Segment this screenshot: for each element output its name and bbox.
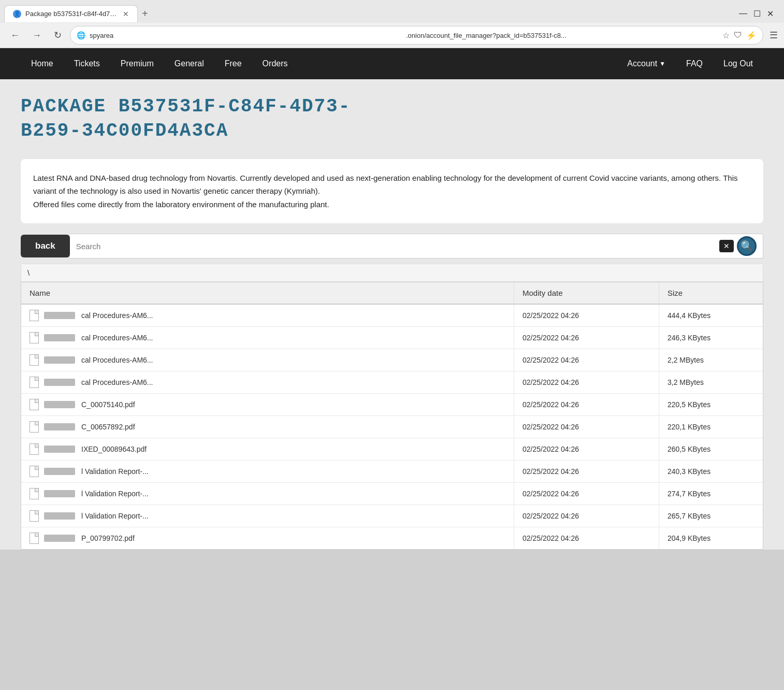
file-name-suffix: cal Procedures-AM6... — [81, 334, 153, 342]
file-size-cell: 204,9 KBytes — [659, 527, 763, 549]
file-size-cell: 444,4 KBytes — [659, 305, 763, 326]
address-bar[interactable]: 🌐 spyarea .onion/account_file_manager?pa… — [70, 26, 763, 45]
table-row[interactable]: cal Procedures-AM6... 02/25/2022 04:26 2… — [21, 349, 763, 371]
page-header: PACKAGE B537531F-C84F-4D73- B259-34C00FD… — [0, 79, 784, 154]
file-date-cell: 02/25/2022 04:26 — [514, 527, 659, 549]
clear-search-button[interactable]: ✕ — [719, 240, 734, 252]
back-button[interactable]: back — [21, 235, 70, 257]
account-dropdown-arrow: ▼ — [659, 60, 665, 67]
file-size-cell: 220,5 KBytes — [659, 394, 763, 415]
file-date-cell: 02/25/2022 04:26 — [514, 305, 659, 326]
nav-home[interactable]: Home — [21, 50, 64, 78]
search-icon: 🔍 — [737, 236, 757, 256]
bookmark-button[interactable]: ☆ — [722, 31, 730, 40]
address-bar-row: ← → ↻ 🌐 spyarea .onion/account_file_mana… — [0, 23, 784, 48]
file-name-cell: C_00657892.pdf — [21, 416, 514, 438]
file-name-suffix: C_00657892.pdf — [81, 423, 135, 431]
file-table: Name Modity date Size cal Procedures-AM6… — [21, 282, 763, 550]
file-date-cell: 02/25/2022 04:26 — [514, 416, 659, 438]
file-icon — [30, 443, 39, 455]
file-name-cell: P_00799702.pdf — [21, 527, 514, 549]
extension-button[interactable]: ⚡ — [746, 31, 757, 40]
account-label: Account — [627, 59, 657, 68]
table-row[interactable]: P_00799702.pdf 02/25/2022 04:26 204,9 KB… — [21, 527, 763, 549]
tab-title: Package b537531f-c84f-4d73-b — [25, 10, 119, 18]
file-name-suffix: l Validation Report-... — [81, 512, 149, 520]
file-name-suffix: IXED_00089643.pdf — [81, 445, 147, 453]
file-name-blurred — [44, 535, 75, 542]
file-icon — [30, 488, 39, 499]
search-input[interactable] — [76, 242, 719, 251]
file-size-cell: 220,1 KBytes — [659, 416, 763, 438]
file-name-blurred — [44, 445, 75, 453]
file-icon — [30, 332, 39, 343]
new-tab-button[interactable]: + — [142, 8, 148, 20]
file-icon — [30, 310, 39, 321]
tab-close-button[interactable]: ✕ — [123, 10, 129, 18]
file-name-cell: cal Procedures-AM6... — [21, 327, 514, 349]
browser-menu-button[interactable]: ☰ — [770, 30, 778, 41]
title-line2: B259-34C00FD4A3CA — [21, 120, 228, 141]
file-date-cell: 02/25/2022 04:26 — [514, 327, 659, 349]
nav-free[interactable]: Free — [214, 50, 252, 78]
security-icon: 🌐 — [77, 31, 85, 39]
close-window-button[interactable]: ✕ — [767, 9, 774, 19]
file-size-cell: 240,3 KBytes — [659, 461, 763, 482]
file-name-blurred — [44, 468, 75, 475]
nav-orders[interactable]: Orders — [252, 50, 298, 78]
table-row[interactable]: cal Procedures-AM6... 02/25/2022 04:26 3… — [21, 371, 763, 394]
nav-logout[interactable]: Log Out — [713, 50, 763, 78]
description-box: Latest RNA and DNA-based drug technology… — [21, 159, 763, 224]
toolbar: back ✕ 🔍 — [0, 234, 784, 264]
table-row[interactable]: l Validation Report-... 02/25/2022 04:26… — [21, 461, 763, 483]
table-row[interactable]: l Validation Report-... 02/25/2022 04:26… — [21, 483, 763, 505]
table-row[interactable]: IXED_00089643.pdf 02/25/2022 04:26 260,5… — [21, 438, 763, 461]
table-row[interactable]: C_00075140.pdf 02/25/2022 04:26 220,5 KB… — [21, 394, 763, 416]
table-row[interactable]: cal Procedures-AM6... 02/25/2022 04:26 2… — [21, 327, 763, 349]
file-name-cell: cal Procedures-AM6... — [21, 305, 514, 326]
col-date-header: Modity date — [514, 282, 659, 304]
active-tab[interactable]: 👤 Package b537531f-c84f-4d73-b ✕ — [4, 5, 138, 22]
nav-tickets[interactable]: Tickets — [64, 50, 110, 78]
tab-favicon: 👤 — [13, 10, 21, 18]
file-name-blurred — [44, 356, 75, 364]
address-left: spyarea — [90, 32, 402, 39]
table-row[interactable]: cal Procedures-AM6... 02/25/2022 04:26 4… — [21, 305, 763, 327]
title-line1: PACKAGE B537531F-C84F-4D73- — [21, 96, 351, 117]
file-name-blurred — [44, 490, 75, 497]
minimize-button[interactable]: — — [739, 9, 747, 19]
nav-general[interactable]: General — [164, 50, 214, 78]
file-size-cell: 260,5 KBytes — [659, 438, 763, 460]
table-body: cal Procedures-AM6... 02/25/2022 04:26 4… — [21, 305, 763, 549]
current-path: \ — [27, 268, 30, 277]
col-size-header: Size — [659, 282, 763, 304]
shield-button[interactable]: 🛡 — [734, 31, 742, 40]
account-dropdown[interactable]: Account ▼ — [617, 50, 676, 78]
file-size-cell: 265,7 KBytes — [659, 505, 763, 527]
nav-faq[interactable]: FAQ — [676, 50, 713, 78]
nav-premium[interactable]: Premium — [110, 50, 164, 78]
search-submit-button[interactable]: 🔍 — [737, 236, 757, 256]
file-icon — [30, 466, 39, 477]
file-date-cell: 02/25/2022 04:26 — [514, 349, 659, 371]
file-date-cell: 02/25/2022 04:26 — [514, 394, 659, 415]
maximize-button[interactable]: ☐ — [753, 9, 761, 19]
file-name-cell: l Validation Report-... — [21, 483, 514, 505]
file-icon — [30, 510, 39, 522]
table-row[interactable]: l Validation Report-... 02/25/2022 04:26… — [21, 505, 763, 527]
file-date-cell: 02/25/2022 04:26 — [514, 371, 659, 393]
table-row[interactable]: C_00657892.pdf 02/25/2022 04:26 220,1 KB… — [21, 416, 763, 438]
reload-button[interactable]: ↻ — [50, 27, 66, 43]
file-name-suffix: cal Procedures-AM6... — [81, 311, 153, 320]
back-nav-button[interactable]: ← — [6, 28, 24, 43]
file-size-cell: 246,3 KBytes — [659, 327, 763, 349]
forward-nav-button[interactable]: → — [28, 28, 46, 43]
file-name-cell: C_00075140.pdf — [21, 394, 514, 415]
file-name-suffix: l Validation Report-... — [81, 490, 149, 498]
file-size-cell: 2,2 MBytes — [659, 349, 763, 371]
file-name-suffix: cal Procedures-AM6... — [81, 356, 153, 364]
file-icon — [30, 533, 39, 544]
file-name-blurred — [44, 312, 75, 319]
table-header: Name Modity date Size — [21, 282, 763, 305]
file-icon — [30, 399, 39, 410]
